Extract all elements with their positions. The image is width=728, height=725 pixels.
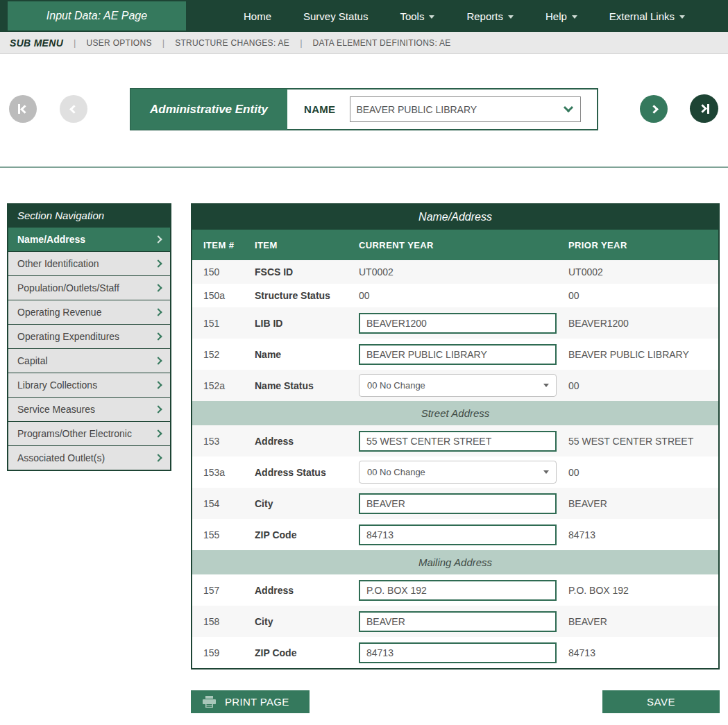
table-row: 155 ZIP Code 84713 bbox=[192, 519, 718, 550]
menu-item-help[interactable]: Help bbox=[530, 0, 593, 32]
chevron-down-icon bbox=[543, 384, 549, 387]
chevron-right-icon bbox=[154, 357, 162, 364]
entity-header: Administrative Entity NAME BEAVER PUBLIC… bbox=[130, 88, 598, 130]
save-button[interactable]: SAVE bbox=[602, 690, 720, 713]
chevron-right-icon bbox=[154, 284, 162, 291]
last-record-icon bbox=[698, 104, 707, 113]
top-nav-bar: Input Data: AE Page Home Survey Status T… bbox=[0, 0, 728, 32]
chevron-down-icon bbox=[564, 103, 573, 112]
sidebar-item-operating-expenditures[interactable]: Operating Expenditures bbox=[8, 324, 170, 348]
record-navigator: Administrative Entity NAME BEAVER PUBLIC… bbox=[0, 54, 728, 167]
entity-name-value: BEAVER PUBLIC LIBRARY bbox=[356, 104, 565, 115]
street-zip-input[interactable] bbox=[359, 524, 557, 545]
table-row: 158 City BEAVER bbox=[192, 606, 718, 637]
name-address-table: Name/Address ITEM # ITEM CURRENT YEAR PR… bbox=[191, 203, 720, 669]
entity-name-select[interactable]: BEAVER PUBLIC LIBRARY bbox=[350, 96, 581, 122]
table-row: 159 ZIP Code 84713 bbox=[192, 637, 718, 668]
section-navigation: Section Navigation Name/Address Other Id… bbox=[7, 203, 171, 471]
section-divider bbox=[0, 167, 728, 168]
street-address-section-header: Street Address bbox=[192, 401, 718, 425]
page-title: Input Data: AE Page bbox=[8, 1, 186, 31]
name-input[interactable] bbox=[359, 344, 557, 365]
sidebar-item-library-collections[interactable]: Library Collections bbox=[8, 373, 170, 397]
sidebar-item-other-identification[interactable]: Other Identification bbox=[8, 251, 170, 275]
menu-item-reports[interactable]: Reports bbox=[450, 0, 530, 32]
table-row: 152a Name Status 00 No Change 00 bbox=[192, 370, 718, 401]
col-current-year: CURRENT YEAR bbox=[359, 240, 568, 250]
separator: | bbox=[300, 37, 302, 48]
content-area: Section Navigation Name/Address Other Id… bbox=[0, 203, 728, 669]
chevron-right-icon bbox=[154, 429, 162, 437]
col-item: ITEM bbox=[255, 240, 359, 250]
chevron-left-icon bbox=[69, 105, 78, 114]
name-label: NAME bbox=[304, 103, 335, 115]
mailing-city-input[interactable] bbox=[359, 611, 557, 632]
last-record-button[interactable] bbox=[690, 94, 718, 123]
table-row: 152 Name BEAVER PUBLIC LIBRARY bbox=[192, 339, 718, 370]
first-record-button[interactable] bbox=[9, 95, 37, 123]
table-column-header: ITEM # ITEM CURRENT YEAR PRIOR YEAR bbox=[192, 230, 718, 260]
chevron-down-icon bbox=[543, 470, 549, 474]
table-row: 153 Address 55 WEST CENTER STREET bbox=[192, 425, 718, 457]
chevron-right-icon bbox=[154, 332, 162, 340]
name-status-select[interactable]: 00 No Change bbox=[359, 374, 557, 397]
chevron-right-icon bbox=[650, 105, 659, 114]
chevron-right-icon bbox=[154, 235, 162, 243]
table-row: 157 Address P.O. BOX 192 bbox=[192, 574, 718, 606]
sidebar-item-capital[interactable]: Capital bbox=[8, 348, 170, 373]
table-row: 150a Structure Status 00 00 bbox=[192, 284, 718, 307]
menu-item-tools[interactable]: Tools bbox=[384, 0, 450, 32]
printer-icon bbox=[203, 696, 216, 708]
submenu-item-user-options[interactable]: USER OPTIONS bbox=[86, 38, 151, 48]
chevron-right-icon bbox=[154, 405, 162, 413]
sidebar-item-associated-outlets[interactable]: Associated Outlet(s) bbox=[8, 445, 170, 470]
print-page-button[interactable]: PRINT PAGE bbox=[191, 690, 310, 713]
chevron-down-icon bbox=[429, 15, 434, 19]
sidebar-item-operating-revenue[interactable]: Operating Revenue bbox=[8, 300, 170, 324]
mailing-address-section-header: Mailing Address bbox=[192, 550, 718, 574]
table-row: 150 FSCS ID UT0002 UT0002 bbox=[192, 260, 718, 284]
next-record-button[interactable] bbox=[640, 95, 668, 123]
chevron-right-icon bbox=[154, 454, 162, 461]
chevron-down-icon bbox=[572, 15, 577, 19]
mailing-zip-input[interactable] bbox=[359, 642, 557, 663]
street-city-input[interactable] bbox=[359, 493, 557, 514]
separator: | bbox=[162, 37, 164, 48]
chevron-right-icon bbox=[154, 381, 162, 389]
street-address-input[interactable] bbox=[359, 431, 557, 452]
separator: | bbox=[74, 37, 76, 48]
submenu-item-structure-changes[interactable]: STRUCTURE CHANGES: AE bbox=[175, 38, 289, 48]
sidebar-item-programs-other-electronic[interactable]: Programs/Other Electronic bbox=[8, 421, 170, 445]
sidebar-item-service-measures[interactable]: Service Measures bbox=[8, 397, 170, 421]
chevron-down-icon bbox=[679, 15, 685, 19]
table-row: 153a Address Status 00 No Change 00 bbox=[192, 457, 718, 488]
menu-item-survey-status[interactable]: Survey Status bbox=[287, 0, 384, 32]
footer-actions: PRINT PAGE SAVE bbox=[191, 690, 720, 713]
chevron-down-icon bbox=[508, 15, 514, 19]
chevron-right-icon bbox=[154, 308, 162, 316]
sub-menu-bar: SUB MENU | USER OPTIONS | STRUCTURE CHAN… bbox=[0, 32, 728, 54]
entity-type-label: Administrative Entity bbox=[130, 89, 287, 130]
address-status-select[interactable]: 00 No Change bbox=[359, 461, 557, 484]
sidebar-item-name-address[interactable]: Name/Address bbox=[8, 227, 170, 251]
menu-item-home[interactable]: Home bbox=[228, 0, 287, 32]
main-menu: Home Survey Status Tools Reports Help Ex… bbox=[228, 0, 701, 32]
lib-id-input[interactable] bbox=[359, 313, 557, 334]
chevron-right-icon bbox=[154, 259, 162, 267]
col-prior-year: PRIOR YEAR bbox=[568, 240, 718, 250]
mailing-address-input[interactable] bbox=[359, 580, 557, 601]
table-title: Name/Address bbox=[192, 205, 718, 230]
menu-item-external-links[interactable]: External Links bbox=[593, 0, 701, 32]
previous-record-button[interactable] bbox=[60, 95, 87, 123]
submenu-item-data-element-definitions[interactable]: DATA ELEMENT DEFINITIONS: AE bbox=[313, 38, 451, 48]
table-row: 151 LIB ID BEAVER1200 bbox=[192, 307, 718, 339]
section-navigation-title: Section Navigation bbox=[8, 203, 171, 227]
table-row: 154 City BEAVER bbox=[192, 488, 718, 519]
sidebar-item-population-outlets-staff[interactable]: Population/Outlets/Staff bbox=[8, 275, 170, 300]
col-item-number: ITEM # bbox=[192, 240, 255, 250]
submenu-title: SUB MENU bbox=[10, 37, 63, 49]
